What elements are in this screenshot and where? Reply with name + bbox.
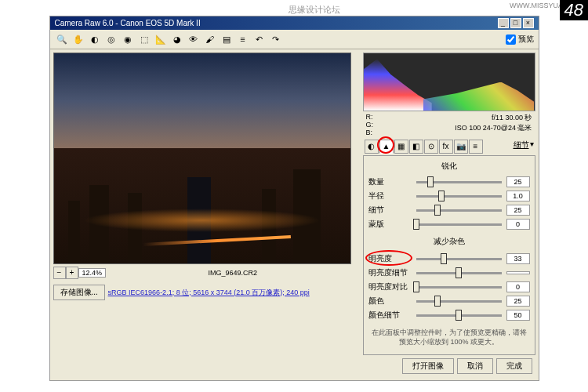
mask-label: 蒙版 bbox=[368, 219, 412, 230]
crop-tool-icon[interactable]: ⬚ bbox=[137, 32, 151, 46]
preview-checkbox[interactable]: 预览 bbox=[506, 34, 534, 45]
white-balance-icon[interactable]: ◐ bbox=[88, 32, 102, 46]
prefs-icon[interactable]: ≡ bbox=[236, 32, 250, 46]
exif-aperture: f/11 30.00 秒 bbox=[379, 113, 532, 123]
color-detail-value[interactable]: 50 bbox=[506, 310, 530, 321]
straighten-icon[interactable]: 📐 bbox=[154, 32, 168, 46]
tab-basic[interactable]: ◐ bbox=[365, 140, 379, 154]
detail-label: 细节 bbox=[368, 205, 412, 216]
hand-tool-icon[interactable]: ✋ bbox=[71, 32, 85, 46]
close-button[interactable]: × bbox=[523, 18, 534, 28]
tab-detail[interactable]: ▲ bbox=[379, 140, 394, 154]
exif-readout: R: G: B: f/11 30.00 秒 ISO 100 24-70@24 毫… bbox=[363, 111, 535, 138]
mask-slider[interactable] bbox=[416, 223, 502, 226]
exif-iso: ISO 100 24-70@24 毫米 bbox=[379, 123, 532, 133]
tab-camera[interactable]: 📷 bbox=[454, 140, 468, 154]
panel-hint: 在此面板中调整控件时，为了使预览更精确，请将预览大小缩放到 100% 或更大。 bbox=[368, 324, 530, 351]
exif-r: R: bbox=[366, 113, 374, 121]
maximize-button[interactable]: □ bbox=[510, 18, 521, 28]
tab-lens[interactable]: ⊙ bbox=[424, 140, 438, 154]
detail-slider[interactable] bbox=[416, 209, 502, 212]
lum-detail-slider[interactable] bbox=[416, 272, 502, 274]
color-detail-slider[interactable] bbox=[416, 314, 502, 317]
rotate-cw-icon[interactable]: ↷ bbox=[269, 32, 283, 46]
amount-label: 数量 bbox=[368, 176, 412, 187]
titlebar: Camera Raw 6.0 - Canon EOS 5D Mark II _ … bbox=[50, 16, 539, 30]
redeye-icon[interactable]: 👁 bbox=[187, 32, 201, 46]
mask-value[interactable]: 0 bbox=[506, 219, 530, 230]
target-adjust-icon[interactable]: ◉ bbox=[121, 32, 135, 46]
lum-contrast-slider[interactable] bbox=[416, 286, 502, 289]
zoom-tool-icon[interactable]: 🔍 bbox=[55, 32, 69, 46]
watermark-logo: 48 bbox=[560, 0, 588, 20]
detail-tab-label: 细节 bbox=[514, 140, 529, 154]
luminance-value[interactable]: 33 bbox=[506, 253, 530, 264]
color-detail-label: 颜色细节 bbox=[368, 310, 412, 321]
lum-detail-label: 明亮度细节 bbox=[368, 267, 412, 278]
tab-fx[interactable]: fx bbox=[439, 140, 453, 154]
workflow-link[interactable]: sRGB IEC61966-2.1; 8 位; 5616 x 3744 (21.… bbox=[107, 286, 311, 299]
cancel-button[interactable]: 取消 bbox=[457, 358, 493, 374]
lum-contrast-label: 明亮度对比 bbox=[368, 281, 412, 292]
histogram[interactable] bbox=[363, 53, 535, 111]
lum-contrast-value[interactable]: 0 bbox=[506, 281, 530, 292]
done-button[interactable]: 完成 bbox=[496, 358, 532, 374]
radius-value[interactable]: 1.0 bbox=[506, 191, 530, 201]
preview-label: 预览 bbox=[518, 34, 534, 45]
zoom-out-button[interactable]: − bbox=[53, 267, 66, 279]
graduated-filter-icon[interactable]: ▤ bbox=[220, 32, 234, 46]
detail-value[interactable]: 25 bbox=[506, 205, 530, 216]
color-sampler-icon[interactable]: ◎ bbox=[104, 32, 118, 46]
watermark-forum: 思缘设计论坛 bbox=[289, 4, 340, 16]
rotate-ccw-icon[interactable]: ↶ bbox=[252, 32, 267, 46]
color-slider[interactable] bbox=[416, 300, 502, 303]
lum-detail-value[interactable] bbox=[506, 271, 530, 274]
image-preview[interactable] bbox=[53, 53, 351, 264]
tab-presets[interactable]: ≡ bbox=[469, 140, 483, 154]
window-title: Camera Raw 6.0 - Canon EOS 5D Mark II bbox=[55, 19, 201, 27]
filename-label: IMG_9649.CR2 bbox=[106, 269, 359, 277]
radius-label: 半径 bbox=[368, 191, 412, 201]
adjustment-brush-icon[interactable]: 🖌 bbox=[203, 32, 217, 46]
adjustment-tabs: ◐ ▲ ▦ ◧ ⊙ fx 📷 ≡ 细节 ▾ bbox=[363, 138, 535, 155]
zoom-in-button[interactable]: + bbox=[66, 267, 78, 279]
save-image-button[interactable]: 存储图像... bbox=[53, 285, 105, 300]
amount-value[interactable]: 25 bbox=[506, 176, 530, 187]
zoom-value[interactable]: 12.4% bbox=[78, 268, 107, 278]
luminance-slider[interactable] bbox=[416, 258, 502, 260]
tab-split[interactable]: ◧ bbox=[409, 140, 423, 154]
noise-reduction-title: 减少杂色 bbox=[368, 233, 530, 250]
sharpen-title: 锐化 bbox=[368, 159, 530, 173]
detail-panel: 锐化 数量 25 半径 1.0 细节 25 蒙版 bbox=[363, 155, 535, 355]
toolbar: 🔍 ✋ ◐ ◎ ◉ ⬚ 📐 ◕ 👁 🖌 ▤ ≡ ↶ ↷ 预览 bbox=[50, 30, 539, 49]
exif-g: G: bbox=[366, 121, 374, 129]
camera-raw-window: Camera Raw 6.0 - Canon EOS 5D Mark II _ … bbox=[49, 16, 539, 381]
exif-b: B: bbox=[366, 129, 374, 136]
open-image-button[interactable]: 打开图像 bbox=[402, 358, 454, 374]
radius-slider[interactable] bbox=[416, 195, 502, 198]
color-value[interactable]: 25 bbox=[506, 296, 530, 307]
spot-removal-icon[interactable]: ◕ bbox=[170, 32, 184, 46]
minimize-button[interactable]: _ bbox=[498, 18, 509, 28]
tab-hsl[interactable]: ▦ bbox=[394, 140, 408, 154]
luminance-label: 明亮度 bbox=[368, 253, 412, 264]
amount-slider[interactable] bbox=[416, 181, 502, 183]
color-label: 颜色 bbox=[368, 296, 412, 307]
preview-check-input[interactable] bbox=[506, 34, 516, 45]
